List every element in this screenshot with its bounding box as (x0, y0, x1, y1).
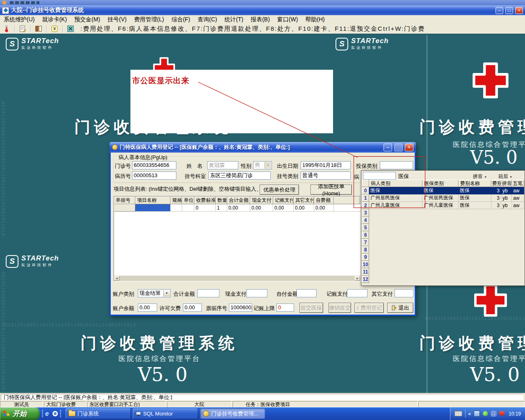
close-grid-icon[interactable] (65, 24, 76, 34)
taskband-handle[interactable] (60, 410, 61, 418)
menu-card[interactable]: 就诊卡(K) (38, 16, 71, 24)
wallpaper-subtitle: 医院信息综合管理平台 (119, 354, 201, 363)
menu-stats[interactable]: 统计(T) (221, 16, 247, 24)
menu-system[interactable]: 系统维护(U) (0, 16, 38, 24)
menu-fees[interactable]: 费用管理(L) (130, 16, 168, 24)
fee-register-button[interactable]: √ 费用登记 (354, 303, 384, 313)
green-status-icon[interactable] (483, 411, 488, 416)
exit-button[interactable]: 退出 (387, 303, 413, 313)
receipt-serial-field[interactable]: 10006002 (229, 304, 252, 312)
cash-field[interactable] (247, 289, 267, 297)
items-grid-hscrollbar[interactable]: ◄ ► (114, 276, 360, 281)
balance-field[interactable]: 0.00 (138, 304, 157, 312)
lookup-row-empty[interactable]: 4 (362, 217, 524, 224)
task-clinic-folder[interactable]: 门诊系统 (66, 409, 130, 419)
lookup-row-empty[interactable]: 5 (362, 224, 524, 231)
thermometer-icon[interactable] (1, 24, 12, 34)
network-icon[interactable] (474, 411, 480, 417)
security-shield-icon[interactable] (499, 411, 504, 417)
gender-combo[interactable]: 男 ▼ (253, 161, 272, 169)
startech-name: STARTech (21, 255, 59, 262)
items-grid[interactable]: 单据号 项目名称 规格 单位 收费标准 数量 合计金额 现金支付 记账支付 其它… (114, 196, 361, 281)
dialog-close-button[interactable]: × (405, 144, 413, 151)
wallpaper-title: 门诊收费管理系统 (419, 116, 525, 138)
submit-insurance-button[interactable]: 提交医保 (299, 303, 323, 313)
lookup-row-empty[interactable]: 6 (362, 231, 524, 239)
startech-logo: S STARTech 实达科技软件 (6, 38, 59, 50)
discount-price-button[interactable]: 优惠单价处理 (260, 185, 299, 195)
menu-query[interactable]: 查询(C) (194, 16, 221, 24)
dept-label: 挂号科室 (185, 173, 206, 180)
menu-register[interactable]: 挂号(V) (104, 16, 130, 24)
background-window-titlebar[interactable] (0, 0, 525, 5)
dialog-titlebar[interactable]: 门特医保病人费用登记 -- [医保账户余额：、姓名:黄冠霖、类别:、单位:] –… (110, 142, 416, 153)
clipboard-icon[interactable] (17, 24, 28, 34)
lookup-row-empty[interactable]: 10 (362, 261, 524, 268)
lookup-row-empty[interactable]: 9 (362, 253, 524, 261)
keyboard-layout-icon[interactable] (454, 411, 462, 416)
system-tray: < 10:19 (450, 407, 525, 420)
menu-reports[interactable]: 报表(B) (247, 16, 274, 24)
lookup-search-input[interactable] (363, 172, 396, 180)
acct-type-label: 账户类别 (113, 290, 134, 298)
background-window-title (10, 1, 39, 4)
book-icon[interactable] (33, 24, 44, 34)
reg-type-field[interactable]: 普通号 (301, 171, 351, 180)
clinic-no-field[interactable]: 600033554656 (132, 161, 176, 169)
fee-icon[interactable]: ¥ (49, 24, 60, 34)
other-field[interactable] (395, 289, 413, 297)
insurance-lookup-popup: 医保 拼音 ▼ 前后 ▼ 病人类别 医保类别 费别名称 费别 拼音 五笔 0 医… (361, 170, 525, 286)
lookup-row[interactable]: 2 广州儿童医保 广州儿童医保 医保 3 yb aw (362, 202, 524, 209)
quicklaunch-handle[interactable] (42, 410, 43, 418)
dialog-minimize-button[interactable]: – (383, 144, 392, 151)
chevron-down-icon[interactable]: ▼ (265, 162, 271, 169)
credit-label: 记账支付 (326, 290, 348, 298)
app-titlebar[interactable]: 大院--门诊挂号收费管理系统 – □ × (0, 5, 525, 15)
task-sql-monitor[interactable]: SQL Monitor (133, 409, 198, 419)
chevron-down-icon[interactable]: ▼ (163, 290, 170, 297)
dialog-maximize-button[interactable] (394, 144, 403, 151)
insure-type-field[interactable] (380, 161, 413, 169)
credit-field[interactable] (347, 289, 368, 297)
sort-mode-combo[interactable]: 拼音 ▼ (473, 173, 487, 180)
blue-app-icon[interactable] (491, 411, 496, 416)
chrome-icon[interactable] (52, 411, 58, 416)
selfpay-field[interactable] (297, 289, 317, 297)
record-no-field[interactable]: 00000513 (132, 171, 176, 180)
tray-clock[interactable]: 10:19 (509, 411, 521, 417)
wallpaper-binary: 0010110100011011010110110010101101001011… (0, 272, 6, 406)
minimize-button[interactable]: – (495, 7, 503, 14)
lookup-row-empty[interactable]: 7 (362, 239, 524, 246)
maximize-button[interactable]: □ (505, 7, 513, 14)
items-grid-row[interactable]: 0 1 0.00 0.00 0.00 0.00 0.00 (114, 204, 360, 212)
ie-icon[interactable]: e (45, 410, 49, 418)
dept-field[interactable]: 东区三楼简易门诊 (208, 171, 271, 180)
sort-direction-combo[interactable]: 前后 ▼ (498, 173, 512, 180)
status-task: 任务：医保收费项目 (233, 401, 418, 407)
menu-prepay[interactable]: 预交金(M) (71, 16, 104, 24)
credit-limit-field[interactable]: 0 (276, 304, 294, 312)
acct-type-combo[interactable]: 现金结算 ▼ (138, 289, 171, 297)
close-button[interactable]: × (515, 7, 523, 14)
lookup-row[interactable]: 1 广州居民医保 广州居民医保 医保 3 yb aw (362, 194, 524, 202)
add-tech-sheet-button[interactable]: 添加医技单(Home) (310, 185, 352, 195)
start-button[interactable]: 开始 (0, 407, 40, 420)
chevron-down-icon: ▼ (509, 176, 512, 178)
menu-misc[interactable]: 综合(F) (168, 16, 194, 24)
lookup-row-empty[interactable]: 8 (362, 246, 524, 253)
name-field[interactable]: 黄冠霖 (207, 161, 238, 169)
cancel-submit-button[interactable]: 撤销提交 (329, 303, 351, 313)
task-fee-system-active[interactable]: 门诊挂号收费管理... (200, 409, 265, 419)
birth-field[interactable]: 1995年01月18日 (301, 161, 351, 169)
total-field[interactable] (197, 289, 219, 297)
lookup-row-empty[interactable]: 12 (362, 276, 524, 283)
menu-help[interactable]: 帮助(H) (301, 16, 328, 24)
debt-field[interactable]: 0.00 (183, 304, 202, 312)
tray-chevron-icon[interactable]: < (468, 411, 471, 416)
scroll-left-icon[interactable]: ◄ (114, 276, 119, 281)
lookup-row-empty[interactable]: 3 (362, 209, 524, 217)
scroll-right-icon[interactable]: ► (355, 276, 360, 281)
lookup-row-empty[interactable]: 11 (362, 268, 524, 276)
menu-window[interactable]: 窗口(W) (274, 16, 302, 24)
lookup-row-selected[interactable]: 0 医保 医保 医保 3 yb aw (362, 187, 524, 194)
